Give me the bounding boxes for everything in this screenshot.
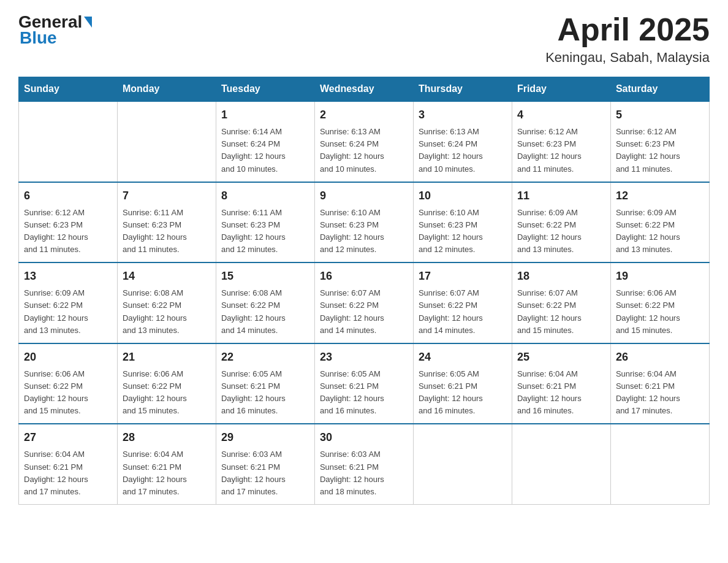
header-day-monday: Monday <box>117 77 216 102</box>
day-info: Sunrise: 6:09 AMSunset: 6:22 PMDaylight:… <box>24 287 112 337</box>
day-number: 1 <box>221 107 309 123</box>
day-info: Sunrise: 6:10 AMSunset: 6:23 PMDaylight:… <box>320 207 408 256</box>
header-day-wednesday: Wednesday <box>314 77 413 102</box>
header-day-tuesday: Tuesday <box>216 77 314 102</box>
day-info: Sunrise: 6:07 AMSunset: 6:22 PMDaylight:… <box>517 287 605 337</box>
calendar-cell: 19Sunrise: 6:06 AMSunset: 6:22 PMDayligh… <box>610 262 709 343</box>
calendar-cell <box>413 424 512 504</box>
day-number: 2 <box>320 107 408 123</box>
day-info: Sunrise: 6:05 AMSunset: 6:21 PMDaylight:… <box>419 368 507 418</box>
calendar-cell: 1Sunrise: 6:14 AMSunset: 6:24 PMDaylight… <box>216 101 314 182</box>
day-info: Sunrise: 6:06 AMSunset: 6:22 PMDaylight:… <box>123 368 211 418</box>
day-number: 8 <box>221 188 309 204</box>
day-number: 14 <box>123 268 211 285</box>
day-info: Sunrise: 6:04 AMSunset: 6:21 PMDaylight:… <box>123 448 211 498</box>
day-number: 16 <box>320 268 408 285</box>
day-info: Sunrise: 6:06 AMSunset: 6:22 PMDaylight:… <box>24 368 112 418</box>
day-number: 29 <box>221 429 309 446</box>
week-row-1: 6Sunrise: 6:12 AMSunset: 6:23 PMDaylight… <box>19 182 710 263</box>
calendar-cell: 15Sunrise: 6:08 AMSunset: 6:22 PMDayligh… <box>216 262 314 343</box>
day-info: Sunrise: 6:04 AMSunset: 6:21 PMDaylight:… <box>517 368 605 418</box>
day-number: 23 <box>320 349 408 366</box>
calendar-cell <box>610 424 709 504</box>
day-info: Sunrise: 6:05 AMSunset: 6:21 PMDaylight:… <box>221 368 309 418</box>
day-number: 30 <box>320 429 408 446</box>
day-number: 4 <box>517 107 605 123</box>
day-info: Sunrise: 6:07 AMSunset: 6:22 PMDaylight:… <box>419 287 507 337</box>
day-number: 11 <box>517 188 605 204</box>
day-info: Sunrise: 6:10 AMSunset: 6:23 PMDaylight:… <box>419 207 507 256</box>
day-info: Sunrise: 6:08 AMSunset: 6:22 PMDaylight:… <box>221 287 309 337</box>
calendar-cell: 8Sunrise: 6:11 AMSunset: 6:23 PMDaylight… <box>216 182 314 263</box>
day-info: Sunrise: 6:04 AMSunset: 6:21 PMDaylight:… <box>616 368 704 418</box>
calendar-cell: 13Sunrise: 6:09 AMSunset: 6:22 PMDayligh… <box>19 262 118 343</box>
calendar-cell: 21Sunrise: 6:06 AMSunset: 6:22 PMDayligh… <box>117 343 216 424</box>
calendar-cell: 7Sunrise: 6:11 AMSunset: 6:23 PMDaylight… <box>117 182 216 263</box>
day-number: 6 <box>24 188 112 204</box>
day-info: Sunrise: 6:03 AMSunset: 6:21 PMDaylight:… <box>320 448 408 498</box>
day-number: 3 <box>419 107 507 123</box>
week-row-2: 13Sunrise: 6:09 AMSunset: 6:22 PMDayligh… <box>19 262 710 343</box>
calendar-title: April 2025 <box>545 12 710 47</box>
day-number: 12 <box>616 188 704 204</box>
day-number: 17 <box>419 268 507 285</box>
logo: General Blue <box>18 12 92 48</box>
calendar-cell: 18Sunrise: 6:07 AMSunset: 6:22 PMDayligh… <box>512 262 610 343</box>
day-number: 26 <box>616 349 704 366</box>
day-info: Sunrise: 6:08 AMSunset: 6:22 PMDaylight:… <box>123 287 211 337</box>
day-info: Sunrise: 6:09 AMSunset: 6:22 PMDaylight:… <box>517 207 605 256</box>
day-info: Sunrise: 6:03 AMSunset: 6:21 PMDaylight:… <box>221 448 309 498</box>
calendar-cell: 9Sunrise: 6:10 AMSunset: 6:23 PMDaylight… <box>314 182 413 263</box>
day-number: 5 <box>616 107 704 123</box>
calendar-cell: 25Sunrise: 6:04 AMSunset: 6:21 PMDayligh… <box>512 343 610 424</box>
calendar-header: SundayMondayTuesdayWednesdayThursdayFrid… <box>19 77 710 102</box>
calendar-cell: 2Sunrise: 6:13 AMSunset: 6:24 PMDaylight… <box>314 101 413 182</box>
day-number: 21 <box>123 349 211 366</box>
calendar-cell: 22Sunrise: 6:05 AMSunset: 6:21 PMDayligh… <box>216 343 314 424</box>
calendar-cell: 14Sunrise: 6:08 AMSunset: 6:22 PMDayligh… <box>117 262 216 343</box>
calendar-table: SundayMondayTuesdayWednesdayThursdayFrid… <box>18 77 710 505</box>
day-number: 28 <box>123 429 211 446</box>
week-row-0: 1Sunrise: 6:14 AMSunset: 6:24 PMDaylight… <box>19 101 710 182</box>
day-number: 10 <box>419 188 507 204</box>
week-row-4: 27Sunrise: 6:04 AMSunset: 6:21 PMDayligh… <box>19 424 710 504</box>
day-number: 18 <box>517 268 605 285</box>
title-block: April 2025 Keningau, Sabah, Malaysia <box>545 12 710 66</box>
calendar-cell: 24Sunrise: 6:05 AMSunset: 6:21 PMDayligh… <box>413 343 512 424</box>
header-row: SundayMondayTuesdayWednesdayThursdayFrid… <box>19 77 710 102</box>
header-day-friday: Friday <box>512 77 610 102</box>
calendar-cell <box>512 424 610 504</box>
day-number: 25 <box>517 349 605 366</box>
calendar-cell <box>117 101 216 182</box>
header-day-saturday: Saturday <box>610 77 709 102</box>
day-number: 7 <box>123 188 211 204</box>
day-number: 27 <box>24 429 112 446</box>
day-number: 22 <box>221 349 309 366</box>
header-day-thursday: Thursday <box>413 77 512 102</box>
calendar-cell: 17Sunrise: 6:07 AMSunset: 6:22 PMDayligh… <box>413 262 512 343</box>
page-header: General Blue April 2025 Keningau, Sabah,… <box>18 12 710 66</box>
calendar-cell: 11Sunrise: 6:09 AMSunset: 6:22 PMDayligh… <box>512 182 610 263</box>
calendar-cell: 16Sunrise: 6:07 AMSunset: 6:22 PMDayligh… <box>314 262 413 343</box>
calendar-cell <box>19 101 118 182</box>
day-info: Sunrise: 6:11 AMSunset: 6:23 PMDaylight:… <box>221 207 309 256</box>
day-info: Sunrise: 6:05 AMSunset: 6:21 PMDaylight:… <box>320 368 408 418</box>
day-info: Sunrise: 6:11 AMSunset: 6:23 PMDaylight:… <box>123 207 211 256</box>
day-info: Sunrise: 6:07 AMSunset: 6:22 PMDaylight:… <box>320 287 408 337</box>
day-number: 13 <box>24 268 112 285</box>
day-number: 15 <box>221 268 309 285</box>
calendar-cell: 12Sunrise: 6:09 AMSunset: 6:22 PMDayligh… <box>610 182 709 263</box>
week-row-3: 20Sunrise: 6:06 AMSunset: 6:22 PMDayligh… <box>19 343 710 424</box>
calendar-body: 1Sunrise: 6:14 AMSunset: 6:24 PMDaylight… <box>19 101 710 504</box>
day-number: 24 <box>419 349 507 366</box>
calendar-cell: 28Sunrise: 6:04 AMSunset: 6:21 PMDayligh… <box>117 424 216 504</box>
logo-blue-text: Blue <box>20 28 57 48</box>
calendar-subtitle: Keningau, Sabah, Malaysia <box>545 50 710 66</box>
header-day-sunday: Sunday <box>19 77 118 102</box>
calendar-cell: 6Sunrise: 6:12 AMSunset: 6:23 PMDaylight… <box>19 182 118 263</box>
day-info: Sunrise: 6:13 AMSunset: 6:24 PMDaylight:… <box>320 126 408 175</box>
day-info: Sunrise: 6:12 AMSunset: 6:23 PMDaylight:… <box>24 207 112 256</box>
day-info: Sunrise: 6:06 AMSunset: 6:22 PMDaylight:… <box>616 287 704 337</box>
calendar-cell: 23Sunrise: 6:05 AMSunset: 6:21 PMDayligh… <box>314 343 413 424</box>
calendar-cell: 30Sunrise: 6:03 AMSunset: 6:21 PMDayligh… <box>314 424 413 504</box>
